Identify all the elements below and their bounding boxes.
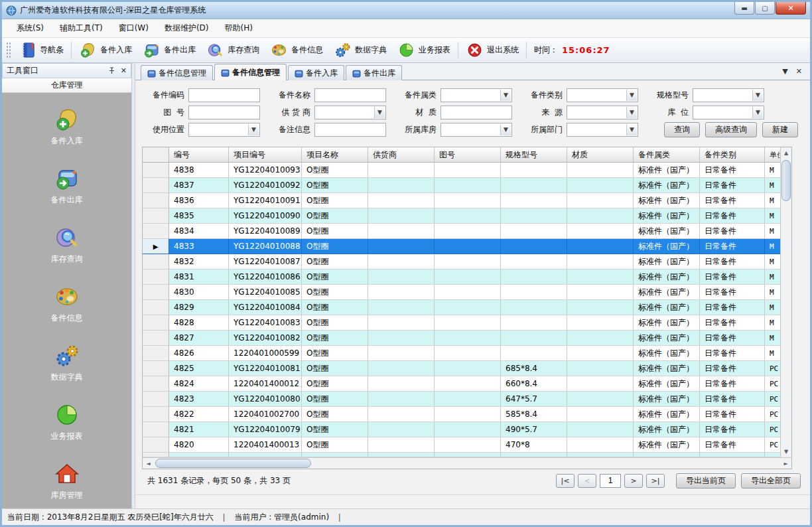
table-cell[interactable]: 日常备件 xyxy=(700,392,765,407)
table-cell[interactable] xyxy=(435,346,501,361)
table-cell[interactable] xyxy=(567,376,634,392)
table-cell[interactable] xyxy=(368,346,435,361)
table-cell[interactable]: 4831 xyxy=(169,269,229,285)
table-cell[interactable]: O型圈 xyxy=(302,285,368,300)
table-cell[interactable] xyxy=(368,422,435,437)
sidebar-item-parts-info[interactable]: 备件信息 xyxy=(51,283,83,324)
table-cell[interactable] xyxy=(368,300,435,315)
column-header[interactable]: 备件类别 xyxy=(700,147,765,162)
table-cell[interactable]: M xyxy=(765,178,780,193)
table-cell[interactable]: 1220401002700 xyxy=(229,407,302,422)
table-cell[interactable] xyxy=(501,315,567,331)
table-row[interactable]: 48201220401400013O型圈470*8标准件（国产）日常备件PC xyxy=(143,437,780,453)
column-header[interactable]: 单位 xyxy=(765,147,780,162)
menu-system[interactable]: 系统(S) xyxy=(9,20,52,37)
table-cell[interactable]: YG12204010092 xyxy=(229,178,302,193)
table-cell[interactable]: 标准件（国产） xyxy=(634,163,700,178)
table-cell[interactable] xyxy=(435,254,501,269)
spec-model-select[interactable]: ▼ xyxy=(693,88,764,102)
material-input[interactable] xyxy=(440,106,512,119)
minimize-button[interactable]: ▬ xyxy=(734,2,754,15)
table-cell[interactable] xyxy=(435,407,501,422)
parts-category-select[interactable]: ▼ xyxy=(440,88,512,102)
table-cell[interactable]: 647*5.7 xyxy=(501,392,567,407)
table-cell[interactable] xyxy=(567,346,634,361)
table-cell[interactable]: M xyxy=(765,193,780,208)
table-cell[interactable] xyxy=(567,193,634,208)
table-cell[interactable]: 标准件（国产） xyxy=(634,315,700,331)
table-cell[interactable]: M xyxy=(765,239,780,254)
table-cell[interactable] xyxy=(501,285,567,300)
table-cell[interactable] xyxy=(501,269,567,285)
row-selector[interactable] xyxy=(143,392,169,407)
row-selector[interactable] xyxy=(143,300,169,315)
toolbar-button-navbar[interactable]: 导航条 xyxy=(13,39,69,61)
table-cell[interactable] xyxy=(501,346,567,361)
table-cell[interactable]: 日常备件 xyxy=(700,178,765,193)
table-row[interactable]: 4834YG12204010089O型圈标准件（国产）日常备件M xyxy=(143,224,780,239)
scroll-up-icon[interactable]: ▲ xyxy=(781,147,791,159)
scroll-down-icon[interactable]: ▼ xyxy=(781,446,791,457)
sidebar-item-warehouse-mgmt[interactable]: 库房管理 xyxy=(51,461,83,501)
table-cell[interactable]: 标准件（国产） xyxy=(634,392,700,407)
table-cell[interactable] xyxy=(567,285,634,300)
table-cell[interactable]: M xyxy=(765,331,780,346)
table-cell[interactable] xyxy=(368,193,435,208)
table-cell[interactable]: 4837 xyxy=(169,178,229,193)
row-selector[interactable] xyxy=(143,331,169,346)
toolbar-button-report[interactable]: 业务报表 xyxy=(392,39,456,61)
table-row[interactable]: 4827YG12204010082O型圈标准件（国产）日常备件M xyxy=(143,331,780,346)
table-cell[interactable]: YG12204010087 xyxy=(229,254,302,269)
table-cell[interactable]: 日常备件 xyxy=(700,331,765,346)
table-cell[interactable]: 标准件（国产） xyxy=(634,224,700,239)
export-current-page-button[interactable]: 导出当前页 xyxy=(676,473,736,489)
table-row[interactable]: 4838YG12204010093O型圈标准件（国产）日常备件M xyxy=(143,163,780,178)
table-cell[interactable] xyxy=(501,239,567,254)
row-selector[interactable] xyxy=(143,376,169,392)
export-all-pages-button[interactable]: 导出全部页 xyxy=(741,473,801,489)
table-cell[interactable]: 日常备件 xyxy=(700,193,765,208)
table-cell[interactable] xyxy=(435,437,501,453)
table-cell[interactable]: 685*8.4 xyxy=(501,361,567,376)
table-cell[interactable]: PC xyxy=(765,361,780,376)
table-cell[interactable] xyxy=(368,269,435,285)
table-cell[interactable]: YG12204010079 xyxy=(229,422,302,437)
table-cell[interactable] xyxy=(368,178,435,193)
table-cell[interactable] xyxy=(567,239,634,254)
table-cell[interactable]: PC xyxy=(765,376,780,392)
table-cell[interactable]: 标准件（国产） xyxy=(634,285,700,300)
table-cell[interactable]: 4832 xyxy=(169,254,229,269)
table-cell[interactable]: 4838 xyxy=(169,163,229,178)
toolbar-button-stock-query[interactable]: 库存查询 xyxy=(201,39,265,61)
table-cell[interactable]: O型圈 xyxy=(302,254,368,269)
table-cell[interactable] xyxy=(567,331,634,346)
table-cell[interactable] xyxy=(435,239,501,254)
column-header[interactable]: 项目名称 xyxy=(302,147,368,162)
table-row[interactable]: 4828YG12204010083O型圈标准件（国产）日常备件M xyxy=(143,315,780,331)
department-select[interactable]: ▼ xyxy=(567,123,638,137)
table-cell[interactable]: M xyxy=(765,163,780,178)
table-cell[interactable] xyxy=(368,208,435,224)
maximize-button[interactable]: ▢ xyxy=(755,2,775,15)
page-number-input[interactable] xyxy=(600,474,621,488)
table-cell[interactable]: YG12204010080 xyxy=(229,392,302,407)
title-bar[interactable]: 广州爱奇迪软件科技有限公司-深田之星仓库管理系统 ▬ ▢ ✕ xyxy=(2,2,810,19)
table-cell[interactable] xyxy=(435,193,501,208)
table-cell[interactable]: YG12204010090 xyxy=(229,208,302,224)
table-cell[interactable]: YG12204010082 xyxy=(229,331,302,346)
table-cell[interactable]: PC xyxy=(765,437,780,453)
row-selector[interactable] xyxy=(143,407,169,422)
toolbar-button-exit[interactable]: 退出系统 xyxy=(460,39,524,61)
sidebar-item-data-dict[interactable]: 数据字典 xyxy=(51,342,83,383)
table-cell[interactable]: 标准件（国产） xyxy=(634,269,700,285)
table-cell[interactable] xyxy=(368,437,435,453)
table-cell[interactable] xyxy=(501,193,567,208)
toolbar-button-data-dict[interactable]: 数据字典 xyxy=(328,39,392,61)
table-cell[interactable]: 660*8.4 xyxy=(501,376,567,392)
table-cell[interactable] xyxy=(567,269,634,285)
table-cell[interactable]: O型圈 xyxy=(302,376,368,392)
table-cell[interactable]: M xyxy=(765,208,780,224)
table-cell[interactable]: M xyxy=(765,315,780,331)
last-page-button[interactable]: >| xyxy=(646,474,665,488)
table-cell[interactable]: M xyxy=(765,300,780,315)
